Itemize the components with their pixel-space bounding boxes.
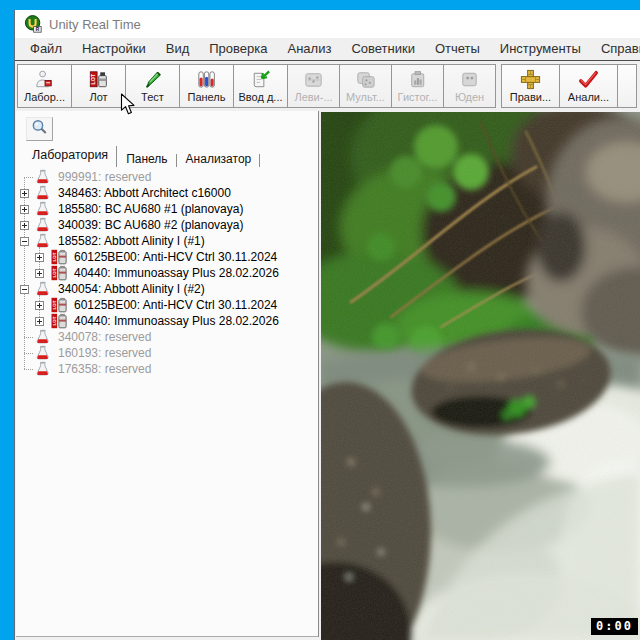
svg-text:LOT: LOT xyxy=(52,268,57,277)
rules-cross-icon xyxy=(519,67,542,91)
test-pen-icon xyxy=(141,67,164,91)
tree-item-label: 999991: reserved xyxy=(58,170,151,184)
tree-item-40440[interactable]: LOT40440: Immunoassay Plus 28.02.2026 xyxy=(16,313,316,329)
toolbar-button-label: Гистог... xyxy=(398,91,438,103)
data-entry-icon xyxy=(249,67,272,91)
histogram-icon xyxy=(406,67,429,91)
tree-item-176358[interactable]: 176358: reserved xyxy=(16,361,316,377)
toolbar-button-youden[interactable]: Юден xyxy=(443,64,496,108)
unity-logo-icon: R xyxy=(24,15,42,33)
expand-icon[interactable] xyxy=(20,221,29,230)
lab-technician-icon xyxy=(33,67,56,91)
tree-item-label: 340039: BC AU680 #2 (planovaya) xyxy=(58,218,243,232)
menu-item-settings[interactable]: Настройки xyxy=(72,38,156,60)
tree-item-label: 40440: Immunoassay Plus 28.02.2026 xyxy=(74,266,279,280)
tree-item-160193[interactable]: 160193: reserved xyxy=(16,345,316,361)
toolbar-button-label: Анали... xyxy=(568,91,609,103)
expand-icon[interactable] xyxy=(35,253,44,262)
navigator-panel: ЛабораторияПанельАнализатор 999991: rese… xyxy=(16,111,318,637)
expand-icon[interactable] xyxy=(20,205,29,214)
tree-item-label: 185582: Abbott Alinity I (#1) xyxy=(58,234,205,248)
expand-icon[interactable] xyxy=(35,269,44,278)
tree-item-40440[interactable]: LOT40440: Immunoassay Plus 28.02.2026 xyxy=(16,265,316,281)
toolbar-button-analysis[interactable]: Анали... xyxy=(559,64,618,108)
analyzer-icon xyxy=(32,361,54,381)
collapse-icon[interactable] xyxy=(20,237,29,246)
toolbar-button-levey-jennings[interactable]: Леви-... xyxy=(287,64,340,108)
toolbar-button-panel[interactable]: Панель xyxy=(179,64,234,108)
tab-laboratory[interactable]: Лаборатория xyxy=(23,146,117,168)
tree-item-label: 340078: reserved xyxy=(58,330,151,344)
svg-text:LOT: LOT xyxy=(52,300,57,309)
toolbar-button-label: Лабор... xyxy=(24,91,65,103)
lot-bottle-icon: LOT xyxy=(87,67,110,91)
toolbar-button-rules[interactable]: Прави... xyxy=(501,64,560,108)
expand-icon[interactable] xyxy=(20,189,29,198)
menu-item-view[interactable]: Вид xyxy=(156,38,200,60)
tree-item-label: 348463: Abbott Architect c16000 xyxy=(58,186,231,200)
toolbar-button-label: Тест xyxy=(141,91,164,103)
toolbar-button-label: Мульт... xyxy=(346,91,385,103)
toolbar-button-label: Леви-... xyxy=(294,91,332,103)
tree-item-label: 60125BE00: Anti-HCV Ctrl 30.11.2024 xyxy=(74,250,277,264)
tree-item-label: 40440: Immunoassay Plus 28.02.2026 xyxy=(74,314,279,328)
sidebar-tabs: ЛабораторияПанельАнализатор xyxy=(23,146,260,168)
tree-item-185582[interactable]: 185582: Abbott Alinity I (#1) xyxy=(16,233,316,249)
app-window: R Unity Real Time ФайлНастройкиВидПровер… xyxy=(14,10,640,640)
title-bar[interactable]: R Unity Real Time xyxy=(15,10,640,38)
toolbar-button-lot[interactable]: LOTЛот xyxy=(71,64,126,108)
analyzer-tree: 999991: reserved348463: Abbott Architect… xyxy=(16,169,316,381)
tree-item-label: 176358: reserved xyxy=(58,362,151,376)
search-button[interactable] xyxy=(26,117,53,141)
levey-jennings-icon xyxy=(302,67,325,91)
tree-item-label: 185580: BC AU680 #1 (planovaya) xyxy=(58,202,243,216)
toolbar-button-test[interactable]: Тест xyxy=(125,64,180,108)
toolbar-button-label: Лот xyxy=(89,91,107,103)
collapse-icon[interactable] xyxy=(20,285,29,294)
tree-item-label: 340054: Abbott Alinity I (#2) xyxy=(58,282,205,296)
tree-item-60125be00[interactable]: LOT60125BE00: Anti-HCV Ctrl 30.11.2024 xyxy=(16,297,316,313)
main-content: ЛабораторияПанельАнализатор 999991: rese… xyxy=(15,111,640,640)
expand-icon[interactable] xyxy=(35,317,44,326)
menu-item-advisors[interactable]: Советники xyxy=(341,38,425,60)
svg-text:R: R xyxy=(36,27,40,32)
menu-item-check[interactable]: Проверка xyxy=(199,38,277,60)
expand-icon[interactable] xyxy=(35,301,44,310)
multigraph-icon xyxy=(354,67,377,91)
panel-divider[interactable] xyxy=(318,111,319,637)
tree-item-label: 160193: reserved xyxy=(58,346,151,360)
tree-item-340078[interactable]: 340078: reserved xyxy=(16,329,316,345)
recording-timer: 0:00 xyxy=(591,618,638,635)
toolbar-button-partial[interactable] xyxy=(617,64,637,108)
stream-photo-art xyxy=(321,112,640,640)
tab-panel[interactable]: Панель xyxy=(117,150,176,168)
toolbar-button-multigraph[interactable]: Мульт... xyxy=(339,64,392,108)
tree-item-348463[interactable]: 348463: Abbott Architect c16000 xyxy=(16,185,316,201)
tree-item-label: 60125BE00: Anti-HCV Ctrl 30.11.2024 xyxy=(74,298,277,312)
toolbar-button-data-entry[interactable]: Ввод д... xyxy=(233,64,288,108)
toolbar-button-laboratory[interactable]: Лабор... xyxy=(17,64,72,108)
magnifier-icon xyxy=(30,118,49,141)
tree-item-60125be00[interactable]: LOT60125BE00: Anti-HCV Ctrl 30.11.2024 xyxy=(16,249,316,265)
toolbar: Лабор...LOTЛотТестПанельВвод д...Леви-..… xyxy=(15,61,640,111)
tree-item-999991[interactable]: 999991: reserved xyxy=(16,169,316,185)
tree-item-340054[interactable]: 340054: Abbott Alinity I (#2) xyxy=(16,281,316,297)
test-tubes-icon xyxy=(195,67,218,91)
toolbar-button-label: Прави... xyxy=(510,91,551,103)
menu-item-reports[interactable]: Отчеты xyxy=(425,38,490,60)
menu-item-analysis[interactable]: Анализ xyxy=(277,38,341,60)
analysis-check-icon xyxy=(577,67,600,91)
tab-analyzer[interactable]: Анализатор xyxy=(177,150,261,168)
menu-item-tools[interactable]: Инструменты xyxy=(490,38,591,60)
toolbar-button-label: Юден xyxy=(455,91,484,103)
menu-item-help[interactable]: Справка xyxy=(591,38,640,60)
menu-bar: ФайлНастройкиВидПроверкаАнализСоветникиО… xyxy=(15,38,640,61)
tree-item-185580[interactable]: 185580: BC AU680 #1 (planovaya) xyxy=(16,201,316,217)
menu-item-file[interactable]: Файл xyxy=(20,38,72,60)
tree-item-340039[interactable]: 340039: BC AU680 #2 (planovaya) xyxy=(16,217,316,233)
toolbar-button-label: Панель xyxy=(187,91,225,103)
stream-photo: 0:00 xyxy=(321,112,640,640)
svg-text:LOT: LOT xyxy=(52,252,57,261)
window-title: Unity Real Time xyxy=(49,17,141,32)
toolbar-button-histogram[interactable]: Гистог... xyxy=(391,64,444,108)
